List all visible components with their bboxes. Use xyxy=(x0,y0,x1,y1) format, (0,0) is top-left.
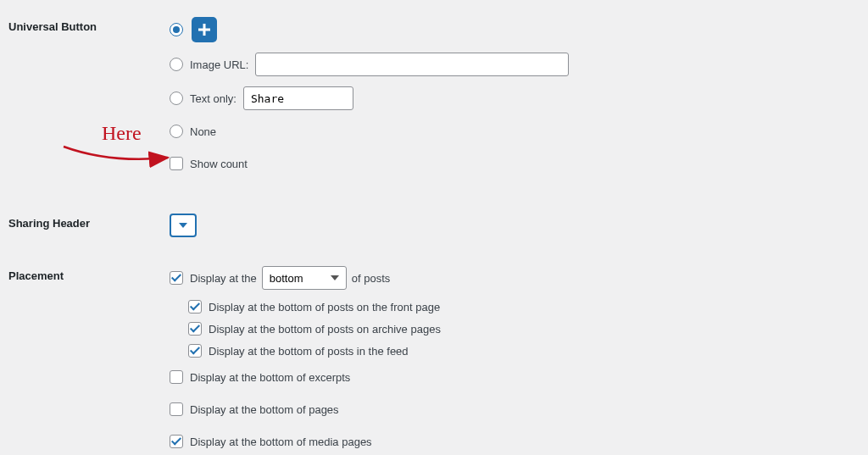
placement-label: Placement xyxy=(0,266,170,282)
display-media-label: Display at the bottom of media pages xyxy=(190,436,372,448)
none-label: None xyxy=(190,125,216,138)
display-excerpts-label: Display at the bottom of excerpts xyxy=(190,371,350,384)
universal-button-label: Universal Button xyxy=(0,17,170,33)
plus-icon xyxy=(192,17,217,42)
show-count-checkbox[interactable] xyxy=(170,157,183,170)
sharing-header-label: Sharing Header xyxy=(0,214,170,230)
display-front-page-label: Display at the bottom of posts on the fr… xyxy=(209,301,440,314)
universal-button-icon-radio[interactable] xyxy=(170,23,183,36)
chevron-down-icon xyxy=(179,223,187,228)
display-at-prefix: Display at the xyxy=(190,272,257,285)
universal-button-image-url-radio[interactable] xyxy=(170,58,183,71)
svg-rect-1 xyxy=(198,29,210,31)
display-front-page-checkbox[interactable] xyxy=(188,300,202,314)
sharing-header-dropdown[interactable] xyxy=(170,214,197,237)
display-excerpts-checkbox[interactable] xyxy=(170,370,183,384)
display-pages-checkbox[interactable] xyxy=(170,402,183,416)
display-feed-label: Display at the bottom of posts in the fe… xyxy=(209,345,409,358)
display-pages-label: Display at the bottom of pages xyxy=(190,403,339,416)
image-url-input[interactable] xyxy=(255,53,569,76)
display-archive-label: Display at the bottom of posts on archiv… xyxy=(209,323,441,336)
universal-button-none-radio[interactable] xyxy=(170,125,183,138)
image-url-label: Image URL: xyxy=(190,58,248,71)
text-only-label: Text only: xyxy=(190,92,236,105)
display-archive-checkbox[interactable] xyxy=(188,322,202,336)
text-only-input[interactable] xyxy=(243,86,353,110)
display-media-checkbox[interactable] xyxy=(170,435,183,448)
display-at-suffix: of posts xyxy=(352,272,391,285)
universal-button-text-only-radio[interactable] xyxy=(170,92,183,105)
display-feed-checkbox[interactable] xyxy=(188,344,202,358)
position-select[interactable]: bottom xyxy=(262,266,347,290)
show-count-label: Show count xyxy=(190,158,248,170)
display-posts-checkbox[interactable] xyxy=(170,271,183,285)
